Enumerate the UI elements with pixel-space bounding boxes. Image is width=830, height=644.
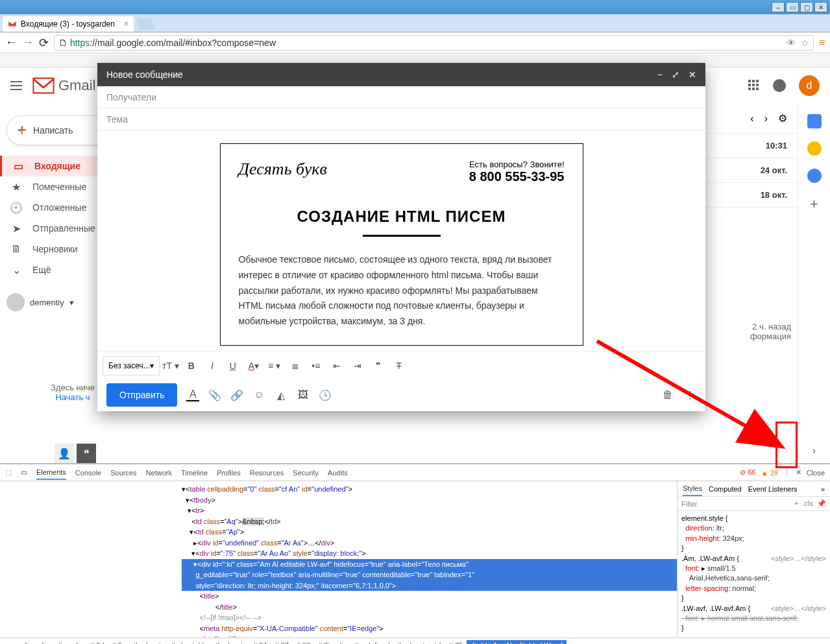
browser-toolbar: ← → ⟳ 🗋 https://mail.google.com/mail/#in…	[0, 32, 830, 53]
tab-timeline[interactable]: Timeline	[181, 466, 208, 479]
menu-icon[interactable]	[10, 81, 22, 90]
tasks-icon[interactable]	[807, 169, 822, 183]
compose-header[interactable]: Новое сообщение − ⤢ ✕	[97, 63, 705, 86]
subject-field[interactable]: Тема	[97, 108, 705, 130]
address-bar[interactable]: 🗋 https://mail.google.com/mail/#inbox?co…	[54, 35, 814, 51]
notifications-icon[interactable]	[773, 79, 786, 92]
indent-less-icon[interactable]: ⇤	[327, 356, 347, 376]
add-addon-icon[interactable]: +	[810, 196, 818, 213]
tab-resources[interactable]: Resources	[250, 466, 284, 479]
window-titlebar: – ▭ ▢ ✕	[0, 0, 830, 14]
italic-icon[interactable]: I	[202, 356, 222, 376]
error-count[interactable]: ⊘ 66	[740, 468, 755, 477]
close-icon[interactable]: ✕	[689, 69, 696, 80]
popout-icon[interactable]: ⤢	[672, 69, 679, 80]
tab-sources[interactable]: Sources	[110, 466, 136, 479]
pin-icon[interactable]: 📌	[817, 499, 826, 508]
chevron-left-icon[interactable]: ‹	[750, 113, 753, 125]
clock-icon[interactable]: 🕓	[319, 388, 332, 401]
apps-icon[interactable]	[748, 80, 760, 91]
chevron-down-icon: ▾	[69, 298, 74, 307]
font-select[interactable]: Без засеч... ▾	[103, 356, 160, 376]
format-icon[interactable]: A	[186, 388, 199, 401]
draft-icon: 🗎	[10, 243, 22, 255]
chevron-right-icon[interactable]: ›	[764, 113, 768, 125]
addon-bar: + ›	[798, 104, 830, 463]
devtools-close-icon[interactable]: ✕	[796, 468, 801, 477]
chevron-right-icon[interactable]: ›	[812, 445, 816, 457]
styles-filter[interactable]: Filter + .cls 📌	[677, 497, 830, 511]
new-tab-button[interactable]	[136, 18, 156, 30]
eye-icon[interactable]: 👁	[787, 38, 796, 48]
gear-icon[interactable]: ⚙	[778, 112, 787, 125]
page-icon: 🗋	[58, 38, 67, 48]
tab-close-icon[interactable]: ×	[124, 19, 128, 29]
send-icon: ➤	[10, 222, 22, 234]
dom-breadcrumbs[interactable]: … div div div div #:9d #:9e tbody tr #:a…	[0, 638, 830, 644]
bullet-list-icon[interactable]: •≡	[306, 356, 326, 376]
tab-network[interactable]: Network	[146, 466, 172, 479]
calendar-icon[interactable]	[807, 114, 822, 128]
restore-icon[interactable]: ▭	[786, 2, 799, 12]
more-icon[interactable]: »	[821, 485, 825, 493]
styletab-computed[interactable]: Computed	[709, 485, 742, 493]
inbox-icon: ▭	[12, 160, 24, 172]
devtools-menu-icon[interactable]: ⋮	[783, 468, 790, 477]
star-icon[interactable]: ☆	[801, 38, 809, 48]
svg-line-0	[597, 341, 779, 445]
style-rules[interactable]: element.style { direction: ltr; min-heig…	[677, 511, 830, 638]
emoji-icon[interactable]: ☺	[252, 388, 265, 401]
indent-more-icon[interactable]: ⇥	[348, 356, 367, 376]
reload-button[interactable]: ⟳	[39, 36, 49, 50]
recipients-field[interactable]: Получатели	[97, 86, 705, 108]
add-rule-icon[interactable]: +	[794, 499, 798, 508]
compose-body[interactable]: Десять букв Есть вопросы? Звоните! 8 800…	[97, 130, 705, 352]
bold-icon[interactable]: B	[182, 356, 201, 376]
keep-icon[interactable]	[807, 141, 822, 156]
browser-menu-icon[interactable]: ≡	[819, 37, 825, 49]
clear-format-icon[interactable]: T	[389, 356, 409, 376]
gmail-icon	[8, 19, 17, 29]
browser-tab[interactable]: Входящие (3) - toysgarden ×	[3, 16, 134, 32]
align-icon[interactable]: ≡ ▾	[265, 356, 284, 376]
quote-icon[interactable]: ❞	[369, 356, 388, 376]
link-icon[interactable]: 🔗	[230, 388, 243, 401]
cls-toggle[interactable]: .cls	[803, 499, 814, 508]
minimize-icon[interactable]: −	[657, 69, 663, 80]
attach-icon[interactable]: 📎	[208, 388, 221, 401]
image-icon[interactable]: 🖼	[297, 388, 310, 401]
letter-heading: СОЗДАНИЕ HTML ПИСЕМ	[239, 208, 565, 226]
browser-tabs: Входящие (3) - toysgarden ×	[0, 14, 830, 32]
styletab-styles[interactable]: Styles	[683, 482, 702, 496]
dom-tree[interactable]: ▾<table cellpadding="0" class="cf An" id…	[0, 481, 677, 638]
back-button[interactable]: ←	[5, 36, 17, 49]
drive-icon[interactable]: ◭	[275, 388, 287, 401]
text-color-icon[interactable]: A ▾	[244, 356, 263, 376]
device-icon[interactable]: ▭	[21, 468, 27, 477]
annotation-arrow	[591, 335, 798, 464]
hangouts-icon[interactable]: ❝	[77, 444, 96, 463]
numbered-list-icon[interactable]: ≣	[286, 356, 305, 376]
star-icon: ★	[10, 181, 22, 193]
underline-icon[interactable]: U	[223, 356, 243, 376]
styletab-listeners[interactable]: Event Listeners	[748, 485, 798, 493]
account-avatar[interactable]: d	[799, 75, 820, 96]
tab-security[interactable]: Security	[293, 466, 319, 479]
tab-audits[interactable]: Audits	[328, 466, 348, 479]
close-icon[interactable]: ✕	[814, 2, 827, 12]
font-size-icon[interactable]: тT ▾	[161, 356, 180, 376]
tab-elements[interactable]: Elements	[36, 466, 66, 480]
gmail-logo[interactable]: Gmail	[32, 77, 95, 94]
tab-profiles[interactable]: Profiles	[217, 466, 241, 479]
plus-icon: +	[18, 121, 27, 139]
contacts-icon[interactable]: 👤	[55, 444, 74, 463]
warning-count[interactable]: ▲ 28	[761, 469, 778, 477]
devtools-tabs: ⬚ ▭ Elements Console Sources Network Tim…	[0, 464, 830, 481]
minimize-icon[interactable]: –	[772, 2, 785, 12]
inspect-icon[interactable]: ⬚	[5, 468, 12, 477]
tab-console[interactable]: Console	[75, 466, 101, 479]
tab-title: Входящие (3) - toysgarden	[21, 19, 115, 29]
forward-button[interactable]: →	[22, 36, 34, 49]
send-button[interactable]: Отправить	[106, 383, 177, 407]
maximize-icon[interactable]: ▢	[800, 2, 813, 12]
